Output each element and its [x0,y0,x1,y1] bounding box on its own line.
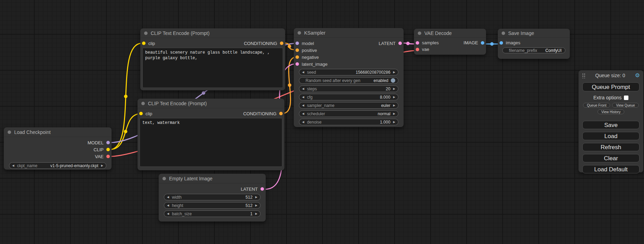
widget-denoise[interactable]: ◀ denoise 1.000 ▶ [299,119,398,125]
save-button[interactable]: Save [582,121,639,129]
clear-button[interactable]: Clear [582,154,639,162]
node-title-bar[interactable]: Save Image [498,29,570,38]
widget-random-seed-toggle[interactable]: Random seed after every gen enabled [299,77,398,84]
output-port-latent[interactable] [261,187,264,191]
input-label-model: model [302,41,314,46]
increment-arrow-icon[interactable]: ▶ [393,71,395,74]
input-port-vae[interactable] [416,48,419,51]
collapse-dot-icon[interactable] [298,31,301,35]
decrement-arrow-icon[interactable]: ◀ [167,204,169,207]
output-port-latent[interactable] [398,42,402,45]
link-checkpoint-clip-to-negative-clip-midpoint-dot[interactable] [124,130,127,133]
output-label-latent: LATENT [241,187,258,192]
increment-arrow-icon[interactable]: ▶ [393,88,395,90]
decrement-arrow-icon[interactable]: ◀ [302,112,304,115]
decrement-arrow-icon[interactable]: ◀ [167,196,169,199]
node-title-bar[interactable]: CLIP Text Encode (Prompt) [140,28,285,38]
increment-arrow-icon[interactable]: ▶ [101,164,103,167]
increment-arrow-icon[interactable]: ▶ [255,196,257,199]
decrement-arrow-icon[interactable]: ◀ [302,71,304,74]
input-port-negative[interactable] [295,55,299,59]
queue-front-button[interactable]: Queue Front [583,103,610,108]
decrement-arrow-icon[interactable]: ◀ [302,121,304,124]
decrement-arrow-icon[interactable]: ◀ [167,213,169,215]
input-label-positive: positive [302,48,317,53]
link-checkpoint-model-to-ksampler-model-midpoint-dot[interactable] [202,91,205,95]
widget-seed[interactable]: ◀ seed 156680208700286 ▶ [299,69,398,75]
link-ksampler-latent-to-vaedecode-samples-midpoint-dot[interactable] [406,42,410,45]
refresh-button[interactable]: Refresh [582,143,639,151]
widget-filename-prefix[interactable]: filename_prefix ComfyUI [502,47,565,53]
increment-arrow-icon[interactable]: ▶ [393,121,395,124]
input-port-clip[interactable] [139,112,143,115]
link-checkpoint-clip-to-positive-clip-midpoint-dot[interactable] [124,95,127,98]
view-history-button[interactable]: View History [598,109,624,114]
load-default-button[interactable]: Load Default [582,165,639,173]
view-queue-button[interactable]: View Queue [612,103,638,108]
input-label-images: images [506,40,520,45]
output-port-image[interactable] [481,41,484,45]
collapse-dot-icon[interactable] [8,130,11,134]
collapse-dot-icon[interactable] [162,177,166,180]
input-label-latent-image: latent_image [302,62,327,67]
link-vaedecode-image-to-saveimage-images-midpoint-dot[interactable] [490,42,494,46]
node-ksampler[interactable]: KSampler model LATENT positive negative … [294,28,404,127]
input-port-clip[interactable] [142,42,145,45]
link-positive-cond-to-ksampler-positive-midpoint-dot[interactable] [288,45,291,48]
node-vae-decode[interactable]: VAE Decode samples IMAGE vae [414,29,486,55]
node-clip-text-encode-positive[interactable]: CLIP Text Encode (Prompt) clip CONDITION… [140,28,285,90]
node-title-bar[interactable]: VAE Decode [414,29,486,38]
link-negative-cond-to-ksampler-negative-midpoint-dot[interactable] [288,83,291,87]
output-port-model[interactable] [106,141,110,144]
decrement-arrow-icon[interactable]: ◀ [12,164,14,167]
widget-scheduler[interactable]: ◀ scheduler normal ▶ [299,110,398,117]
widget-cfg[interactable]: ◀ cfg 8.000 ▶ [299,94,398,100]
queue-prompt-button[interactable]: Queue Prompt [582,82,639,91]
output-port-conditioning[interactable] [279,112,283,115]
node-title-bar[interactable]: CLIP Text Encode (Prompt) [138,99,284,108]
node-clip-text-encode-negative[interactable]: CLIP Text Encode (Prompt) clip CONDITION… [138,99,284,170]
decrement-arrow-icon[interactable]: ◀ [302,96,304,99]
node-title-bar[interactable]: Empty Latent Image [159,174,266,183]
widget-ckpt-name[interactable]: ◀ ckpt_name v1-5-pruned-emaonly.ckpt ▶ [9,162,106,169]
collapse-dot-icon[interactable] [144,31,148,35]
increment-arrow-icon[interactable]: ▶ [255,213,257,215]
load-button[interactable]: Load [582,132,639,140]
drag-handle-icon[interactable] [582,73,585,78]
increment-arrow-icon[interactable]: ▶ [393,96,395,99]
extra-options-checkbox[interactable] [624,96,628,100]
increment-arrow-icon[interactable]: ▶ [393,112,395,115]
node-title-bar[interactable]: Load Checkpoint [4,127,112,137]
widget-sampler-name[interactable]: ◀ sampler_name euler ▶ [299,102,398,109]
output-port-clip[interactable] [106,148,110,151]
widget-batch-size[interactable]: ◀ batch_size 1 ▶ [164,210,261,217]
prompt-textarea[interactable]: beautiful scenery nature glass bottle la… [142,48,283,88]
toggle-circle-icon[interactable] [391,78,395,83]
node-load-checkpoint[interactable]: Load Checkpoint MODEL CLIP VAE ◀ ckpt_na… [4,127,112,170]
node-title-bar[interactable]: KSampler [294,28,404,38]
queue-size-label: Queue size: 0 [585,73,635,78]
widget-width[interactable]: ◀ width 512 ▶ [164,194,261,200]
increment-arrow-icon[interactable]: ▶ [255,204,257,207]
node-empty-latent-image[interactable]: Empty Latent Image LATENT ◀ width 512 ▶ … [159,174,266,222]
input-port-model[interactable] [295,42,299,45]
widget-steps[interactable]: ◀ steps 20 ▶ [299,85,398,92]
input-port-images[interactable] [500,41,503,45]
node-save-image[interactable]: Save Image images filename_prefix ComfyU… [498,29,570,59]
collapse-dot-icon[interactable] [502,31,505,35]
output-port-conditioning[interactable] [280,42,283,45]
decrement-arrow-icon[interactable]: ◀ [302,88,304,90]
output-port-vae[interactable] [106,155,110,158]
collapse-dot-icon[interactable] [418,31,421,35]
widget-height[interactable]: ◀ height 512 ▶ [164,202,261,209]
collapse-dot-icon[interactable] [141,102,145,105]
decrement-arrow-icon[interactable]: ◀ [302,104,304,107]
input-port-samples[interactable] [416,41,419,45]
output-label-conditioning: CONDITIONING [244,41,277,46]
output-label-model: MODEL [88,140,104,145]
gear-icon[interactable]: ⚙ [635,73,640,78]
increment-arrow-icon[interactable]: ▶ [393,104,395,107]
input-port-positive[interactable] [295,48,299,52]
prompt-textarea[interactable]: text, watermark [140,118,282,167]
input-port-latent-image[interactable] [295,62,299,66]
